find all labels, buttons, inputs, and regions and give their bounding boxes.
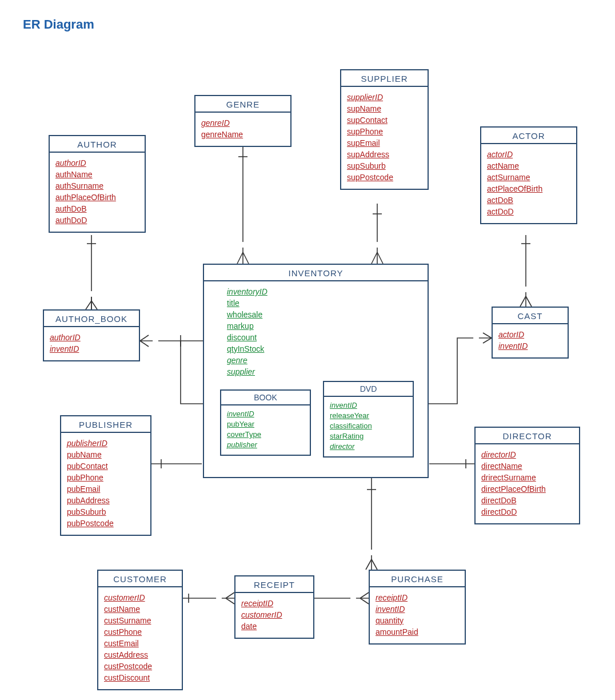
entity-attribute: authorID [50, 332, 133, 343]
svg-point-4 [89, 291, 94, 297]
entity-attribute: date [241, 621, 308, 632]
entity-supplier: SUPPLIER supplierIDsupNamesupContactsupP… [340, 69, 429, 190]
entity-customer: CUSTOMER customerIDcustNamecustSurnamecu… [97, 570, 183, 690]
svg-line-43 [372, 559, 377, 570]
entity-title: AUTHOR_BOOK [44, 311, 139, 327]
entity-author: AUTHOR authorIDauthNameauthSurnameauthPl… [49, 135, 146, 233]
entity-attribute: authDoB [55, 203, 139, 214]
svg-line-28 [520, 296, 526, 307]
svg-line-47 [360, 592, 369, 598]
entity-attribute: inventID [376, 603, 459, 615]
svg-line-32 [483, 338, 492, 343]
entity-title: CUSTOMER [98, 571, 182, 587]
entity-title: CAST [493, 308, 568, 324]
entity-book: BOOK inventIDpubYearcoverTypepublisher [220, 389, 311, 456]
entity-attribute: coverType [227, 429, 304, 440]
entity-attribute: supplier [227, 366, 422, 377]
svg-line-13 [237, 252, 243, 264]
page-title: ER Diagram [23, 17, 592, 32]
entity-title: AUTHOR [50, 136, 145, 153]
entity-attribute: custPostcode [104, 661, 176, 672]
entity-attribute: receiptID [376, 592, 459, 603]
svg-line-14 [243, 252, 249, 264]
entity-title: DVD [324, 382, 413, 397]
svg-point-20 [374, 242, 380, 248]
entity-dvd: DVD inventIDreleaseYearclassificationsta… [323, 381, 414, 458]
entity-publisher: PUBLISHER publisherIDpubNamepubContactpu… [60, 415, 151, 536]
entity-attribute: directorID [481, 449, 573, 460]
entity-attribute: supEmail [347, 137, 422, 149]
entity-title: PUBLISHER [61, 416, 150, 433]
entity-title: SUPPLIER [341, 70, 428, 87]
er-canvas: AUTHOR authorIDauthNameauthSurnameauthPl… [23, 38, 594, 700]
entity-attribute: custName [104, 603, 176, 615]
entity-attribute: custPhone [104, 626, 176, 638]
entity-attribute: customerID [104, 592, 176, 603]
entity-attribute: inventoryID [227, 286, 422, 297]
entity-attribute: authDoD [55, 214, 139, 226]
entity-attribute: wholesale [227, 309, 422, 320]
svg-point-44 [369, 550, 374, 555]
entity-attribute: actDoD [487, 206, 570, 217]
svg-line-29 [526, 296, 532, 307]
entity-attribute: qtyInStock [227, 343, 422, 355]
svg-line-7 [140, 341, 149, 347]
entity-attribute: directName [481, 460, 573, 472]
entity-attribute: releaseYear [330, 411, 407, 421]
entity-attribute: supName [347, 103, 422, 114]
entity-title: DIRECTOR [476, 428, 579, 444]
svg-point-49 [350, 595, 356, 601]
entity-attribute: pubName [67, 449, 145, 460]
entity-attribute: pubEmail [67, 483, 145, 495]
entity-attribute: supContact [347, 114, 422, 126]
entity-title: BOOK [221, 391, 310, 405]
svg-point-30 [523, 287, 529, 292]
entity-attribute: actName [487, 160, 570, 172]
entity-title: RECEIPT [235, 576, 313, 593]
entity-attribute: inventID [227, 409, 304, 419]
svg-line-19 [377, 252, 383, 264]
entity-attribute: supSuburb [347, 160, 422, 172]
entity-attribute: genre [227, 355, 422, 366]
entity-attribute: actPlaceOfBirth [487, 183, 570, 194]
entity-attribute: starRating [330, 431, 407, 442]
svg-point-15 [240, 242, 246, 248]
entity-attribute: quantity [376, 615, 459, 626]
entity-purchase: PURCHASE receiptIDinventIDquantityamount… [369, 570, 466, 645]
entity-attribute: supplierID [347, 92, 422, 103]
entity-cast: CAST actorIDinventID [492, 307, 569, 359]
entity-attribute: drirectSurname [481, 472, 573, 483]
entity-attribute: authPlaceOfBirth [55, 192, 139, 203]
entity-title: PURCHASE [370, 571, 465, 587]
entity-attribute: title [227, 297, 422, 309]
entity-attribute: genreID [201, 117, 285, 129]
entity-attribute: custEmail [104, 638, 176, 649]
entity-attribute: custDiscount [104, 672, 176, 683]
entity-attribute: inventID [498, 340, 562, 352]
entity-title: GENRE [195, 96, 290, 113]
entity-attribute: pubContact [67, 460, 145, 472]
entity-attribute: classification [330, 421, 407, 431]
svg-line-2 [86, 301, 91, 309]
entity-attribute: authorID [55, 157, 139, 169]
entity-attribute: actorID [487, 149, 570, 160]
entity-attribute: actorID [498, 329, 562, 340]
entity-attribute: supPostcode [347, 172, 422, 183]
entity-attribute: publisher [227, 440, 304, 450]
entity-attribute: directDoD [481, 506, 573, 518]
entity-title: ACTOR [481, 128, 576, 144]
entity-attribute: inventID [50, 343, 133, 355]
entity-attribute: pubAddress [67, 495, 145, 506]
entity-attribute: supPhone [347, 126, 422, 137]
entity-attribute: pubPostcode [67, 518, 145, 529]
entity-receipt: RECEIPT receiptIDcustomerIDdate [234, 575, 314, 639]
entity-attribute: directDoB [481, 495, 573, 506]
svg-line-3 [91, 301, 97, 309]
svg-point-8 [153, 338, 158, 344]
svg-line-52 [226, 592, 234, 598]
entity-attribute: genreName [201, 129, 285, 140]
svg-line-42 [366, 559, 372, 570]
entity-attribute: amountPaid [376, 626, 459, 638]
entity-attribute: director [330, 442, 407, 452]
entity-author-book: AUTHOR_BOOK authorIDinventID [43, 309, 140, 361]
